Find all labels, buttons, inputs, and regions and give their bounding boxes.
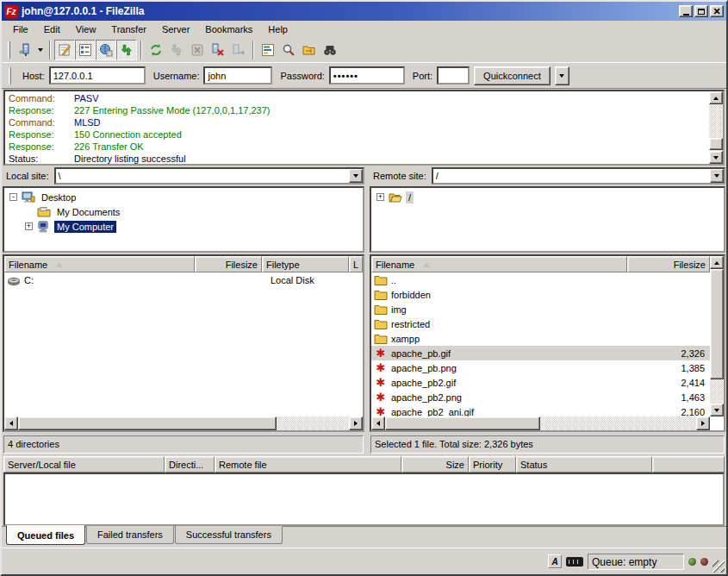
ascii-data-type-icon[interactable]: A (548, 554, 562, 568)
expand-icon[interactable]: + (376, 193, 384, 201)
toggle-message-log-button[interactable] (54, 40, 75, 60)
title-bar[interactable]: Fz john@127.0.0.1 - FileZilla ✕ (2, 2, 726, 21)
remote-vertical-scrollbar[interactable] (710, 256, 724, 416)
site-manager-dropdown[interactable] (34, 41, 46, 59)
column-header-filesize[interactable]: Filesize (627, 256, 710, 272)
tree-item-my-documents[interactable]: My Documents (4, 204, 363, 219)
column-header-remote-file[interactable]: Remote file (215, 456, 401, 473)
column-header-filetype[interactable]: Filetype (262, 256, 349, 272)
scroll-right-button[interactable] (349, 416, 363, 430)
remote-directory-tree[interactable]: + / (370, 186, 725, 253)
scroll-up-button[interactable] (710, 256, 724, 269)
column-header-priority[interactable]: Priority (469, 456, 516, 473)
local-file-list: Filename Filesize Filetype L C: Local Di… (3, 254, 364, 432)
queue-list-body[interactable] (3, 473, 725, 526)
file-row[interactable]: ✱apache_pb.png 1,385 (371, 360, 710, 375)
quickconnect-dropdown[interactable] (555, 66, 569, 85)
chevron-down-icon (559, 74, 564, 78)
expand-icon[interactable]: + (25, 222, 33, 230)
remote-list-body[interactable]: .. forbidden img restricted (371, 272, 724, 416)
local-directory-tree[interactable]: - Desktop My Documents + My Computer (3, 186, 364, 253)
desktop-icon (22, 191, 35, 204)
toggle-local-treeview-button[interactable] (75, 40, 96, 60)
scrollbar-thumb[interactable] (385, 416, 540, 430)
log-vertical-scrollbar[interactable] (709, 91, 723, 164)
menu-server[interactable]: Server (154, 22, 197, 37)
combo-dropdown-button[interactable] (710, 169, 724, 183)
scrollbar-thumb[interactable] (18, 416, 277, 430)
column-header-filesize[interactable]: Filesize (195, 256, 262, 272)
menu-help[interactable]: Help (260, 22, 296, 37)
site-manager-button[interactable] (14, 40, 34, 60)
local-list-body[interactable]: C: Local Disk (4, 272, 363, 416)
scroll-down-button[interactable] (709, 151, 723, 164)
find-files-button[interactable] (320, 40, 340, 60)
log-line: Response:226 Transfer OK (9, 141, 707, 153)
scroll-left-button[interactable] (4, 416, 18, 430)
toolbar-grip[interactable] (8, 41, 10, 59)
column-header-size[interactable]: Size (401, 456, 469, 473)
scrollbar-thumb[interactable] (710, 269, 724, 379)
message-log[interactable]: Command:PASV Response:227 Entering Passi… (3, 90, 725, 166)
file-row-selected[interactable]: ✱apache_pb.gif 2,326 (371, 346, 710, 360)
combo-dropdown-button[interactable] (349, 169, 363, 183)
file-row[interactable]: ✱apache_pb2_ani.gif 2,160 (371, 404, 710, 416)
cancel-button[interactable] (187, 40, 208, 60)
menu-transfer[interactable]: Transfer (103, 22, 154, 37)
reconnect-button[interactable] (228, 40, 249, 60)
tree-item-desktop[interactable]: - Desktop (4, 190, 363, 204)
scroll-right-button[interactable] (696, 416, 710, 430)
scroll-left-button[interactable] (371, 416, 385, 430)
file-row[interactable]: xampp (371, 331, 710, 346)
file-row-c-drive[interactable]: C: Local Disk (4, 272, 363, 287)
file-row[interactable]: img (371, 302, 710, 316)
toggle-transfer-queue-button[interactable] (116, 40, 137, 60)
local-site-combobox[interactable]: \ (54, 167, 364, 185)
maximize-button[interactable] (694, 5, 708, 17)
tab-failed-transfers[interactable]: Failed transfers (86, 526, 174, 544)
remote-horizontal-scrollbar[interactable] (371, 416, 710, 430)
file-row[interactable]: .. (371, 272, 710, 287)
file-row[interactable]: ✱apache_pb2.png 1,463 (371, 390, 710, 404)
column-header-last-modified[interactable]: L (349, 256, 363, 272)
synchronized-browsing-button[interactable] (299, 40, 320, 60)
column-header-filename[interactable]: Filename (4, 256, 195, 272)
file-row[interactable]: ✱apache_pb2.gif 2,414 (371, 375, 710, 390)
menu-view[interactable]: View (68, 22, 104, 37)
directory-comparison-button[interactable] (278, 40, 299, 60)
remote-site-combobox[interactable]: / (432, 167, 725, 185)
column-header-server-local-file[interactable]: Server/Local file (3, 456, 165, 473)
column-header-direction[interactable]: Directi... (165, 456, 215, 473)
column-header-status[interactable]: Status (516, 456, 652, 473)
local-horizontal-scrollbar[interactable] (4, 416, 363, 430)
menu-bookmarks[interactable]: Bookmarks (197, 22, 260, 37)
close-button[interactable]: ✕ (710, 5, 724, 17)
speed-limit-icon[interactable] (566, 557, 583, 567)
password-input[interactable] (329, 66, 405, 85)
tree-item-my-computer[interactable]: + My Computer (4, 219, 363, 234)
resize-grip[interactable] (712, 560, 725, 573)
username-input[interactable] (203, 66, 272, 85)
scroll-down-button[interactable] (710, 404, 724, 416)
disconnect-button[interactable] (208, 40, 228, 60)
quickconnect-grip[interactable] (9, 67, 11, 85)
menu-file[interactable]: File (5, 22, 36, 37)
quickconnect-button[interactable]: Quickconnect (474, 66, 551, 85)
directory-listing-filters-button[interactable] (258, 40, 278, 60)
toggle-remote-treeview-button[interactable] (96, 40, 116, 60)
file-row[interactable]: forbidden (371, 287, 710, 302)
collapse-icon[interactable]: - (9, 193, 17, 201)
scrollbar-thumb[interactable] (709, 138, 723, 150)
column-header-filename[interactable]: Filename (371, 256, 627, 272)
host-input[interactable] (49, 66, 146, 85)
scroll-up-button[interactable] (709, 91, 723, 104)
process-queue-button[interactable] (166, 40, 187, 60)
file-row[interactable]: restricted (371, 316, 710, 331)
tab-successful-transfers[interactable]: Successful transfers (175, 526, 283, 544)
refresh-button[interactable] (146, 40, 166, 60)
tree-item-root[interactable]: + / (371, 190, 724, 204)
menu-edit[interactable]: Edit (36, 22, 68, 37)
port-input[interactable] (437, 66, 470, 85)
tab-queued-files[interactable]: Queued files (6, 525, 85, 545)
minimize-button[interactable] (679, 5, 693, 17)
